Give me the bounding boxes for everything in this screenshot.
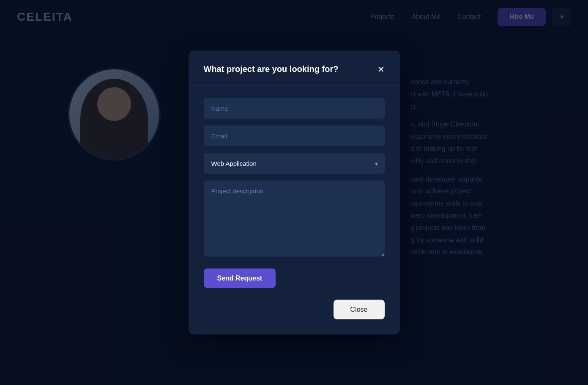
name-field-group bbox=[204, 98, 385, 119]
close-button[interactable]: Close bbox=[334, 300, 385, 319]
send-request-button[interactable]: Send Request bbox=[204, 269, 276, 288]
modal-close-x-button[interactable]: ✕ bbox=[377, 65, 385, 73]
hire-me-modal: What project are you looking for? ✕ Web … bbox=[189, 51, 400, 335]
email-field-group bbox=[204, 126, 385, 146]
description-textarea[interactable] bbox=[204, 181, 385, 257]
modal-header: What project are you looking for? ✕ bbox=[204, 64, 385, 74]
description-field-group bbox=[204, 181, 385, 258]
email-input[interactable] bbox=[204, 126, 385, 146]
project-type-select[interactable]: Web Application Mobile App E-Commerce AP… bbox=[204, 153, 385, 174]
modal-title: What project are you looking for? bbox=[204, 64, 339, 74]
name-input[interactable] bbox=[204, 98, 385, 119]
modal-footer: Close bbox=[204, 300, 385, 319]
project-type-select-wrapper: Web Application Mobile App E-Commerce AP… bbox=[204, 153, 385, 174]
modal-divider bbox=[189, 86, 400, 86]
project-type-group: Web Application Mobile App E-Commerce AP… bbox=[204, 153, 385, 174]
